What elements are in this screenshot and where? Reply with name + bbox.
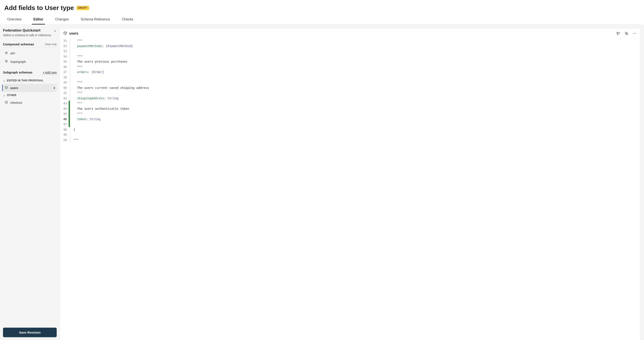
sidebar-header: Federation Quickstart Select a schema to… xyxy=(3,28,57,37)
line-number: 46 xyxy=(63,116,67,122)
composed-schemas-title: Composed schemas xyxy=(3,42,34,46)
line-number: 39 xyxy=(63,80,67,85)
page-title: Add fields to User type xyxy=(4,4,74,12)
line-number: 47 xyxy=(63,122,67,127)
line-number: 33 xyxy=(63,48,67,54)
tab-overview[interactable]: Overview xyxy=(4,15,28,24)
code-line: shippingAddress: String xyxy=(74,96,640,101)
cube-icon xyxy=(5,100,8,104)
line-number: 42 xyxy=(63,96,67,101)
svg-point-0 xyxy=(5,52,6,53)
svg-point-8 xyxy=(633,33,634,34)
line-number: 48 xyxy=(63,127,67,132)
composed-icon xyxy=(5,60,8,64)
tab-changes[interactable]: Changes xyxy=(49,15,75,24)
subgraph-group-label: OTHER xyxy=(7,94,16,97)
svg-point-5 xyxy=(6,61,7,62)
tab-checks[interactable]: Checks xyxy=(116,15,139,24)
subgraph-schemas-header: Subgraph schemas + Add new xyxy=(3,69,57,76)
schema-item-checkout[interactable]: checkout xyxy=(3,98,57,107)
code-line: The users authenticatin token xyxy=(74,106,640,112)
schema-item-api[interactable]: API xyxy=(3,49,57,58)
modified-indicator xyxy=(54,87,55,88)
code-line: """ xyxy=(74,111,640,116)
add-new-subgraph-button[interactable]: + Add new xyxy=(42,71,57,74)
schema-item-label: users xyxy=(10,86,18,90)
editor-actions xyxy=(616,32,636,35)
sidebar-subtitle: Select a schema to edit or reference. xyxy=(3,34,52,37)
schema-item-label: API xyxy=(10,52,15,55)
subgraph-group-label: EDITED IN THIS PROPOSAL xyxy=(7,79,44,82)
code-line xyxy=(74,48,640,54)
svg-point-2 xyxy=(6,53,7,54)
line-number: 34 xyxy=(63,54,67,59)
code-line: token: String xyxy=(74,116,640,122)
line-number: 38 xyxy=(63,75,67,80)
svg-point-9 xyxy=(634,33,635,34)
line-number: 44 xyxy=(63,106,67,112)
code-line: paymentMethods: [PaymentMethod] xyxy=(74,44,640,49)
schema-item-label: Supergraph xyxy=(10,60,26,64)
composed-icon xyxy=(5,51,8,56)
draft-badge: DRAFT xyxy=(76,6,89,10)
schema-item-label: checkout xyxy=(10,101,22,104)
schema-item-users[interactable]: users xyxy=(3,84,57,92)
code-line: } xyxy=(74,127,640,132)
chevron-double-left-icon: « xyxy=(54,29,56,32)
subgraph-schemas-title: Subgraph schemas xyxy=(3,70,32,74)
main: Federation Quickstart Select a schema to… xyxy=(0,24,644,340)
subgraph-group-header[interactable]: ⌄EDITED IN THIS PROPOSAL xyxy=(3,77,57,84)
code-line xyxy=(74,122,640,127)
collapse-sidebar-button[interactable]: « xyxy=(53,28,57,34)
code-line xyxy=(74,132,640,138)
line-number: 37 xyxy=(63,70,67,75)
line-number: 36 xyxy=(63,64,67,70)
save-revision-button[interactable]: Save Revision xyxy=(3,328,57,337)
line-number: 41 xyxy=(63,90,67,96)
tabs: OverviewEditorChangesSchema ReferenceChe… xyxy=(4,15,640,24)
sidebar-title: Federation Quickstart xyxy=(3,28,52,32)
svg-point-10 xyxy=(636,33,636,34)
line-number: 50 xyxy=(63,138,67,143)
sidebar: Federation Quickstart Select a schema to… xyxy=(0,24,60,340)
cube-icon xyxy=(5,86,8,90)
title-row: Add fields to User type DRAFT xyxy=(4,4,640,12)
chevron-down-icon: ⌄ xyxy=(3,79,5,82)
line-number: 40 xyxy=(63,85,67,90)
code-line: """ xyxy=(74,38,640,44)
line-number-gutter: 3132333435363738394041424344454647484950 xyxy=(60,38,68,142)
code-line: The users previous purchases xyxy=(74,59,640,64)
tab-editor[interactable]: Editor xyxy=(28,15,49,24)
code-editor[interactable]: 3132333435363738394041424344454647484950… xyxy=(60,38,640,142)
cube-icon xyxy=(63,31,67,36)
code-line: """ xyxy=(74,90,640,96)
magic-wand-button[interactable] xyxy=(616,32,620,35)
editor-header: users xyxy=(60,28,640,38)
editor-filename: users xyxy=(69,32,78,35)
code-line: """ xyxy=(74,54,640,59)
subgraph-group-header[interactable]: ⌄OTHER xyxy=(3,92,57,98)
subgraph-schemas-section: Subgraph schemas + Add new ⌄EDITED IN TH… xyxy=(3,69,57,107)
svg-point-3 xyxy=(5,60,6,61)
editor-panel: users 3132333435363738394041424344454647… xyxy=(60,28,640,340)
chevron-down-icon: ⌄ xyxy=(3,94,5,97)
line-number: 32 xyxy=(63,44,67,49)
composed-schemas-section: Composed schemas View only APISupergraph xyxy=(3,41,57,66)
line-number: 43 xyxy=(63,101,67,106)
line-number: 49 xyxy=(63,132,67,138)
header: Add fields to User type DRAFT OverviewEd… xyxy=(0,0,644,24)
line-number: 35 xyxy=(63,59,67,64)
code-line: """ xyxy=(74,101,640,106)
schema-item-supergraph[interactable]: Supergraph xyxy=(3,58,57,66)
tab-schema-reference[interactable]: Schema Reference xyxy=(75,15,116,24)
composed-schemas-header: Composed schemas View only xyxy=(3,41,57,48)
code-line xyxy=(74,75,640,80)
code-lines: """ paymentMethods: [PaymentMethod] """ … xyxy=(74,38,640,142)
code-line: The users current saved shipping address xyxy=(74,85,640,90)
copy-button[interactable] xyxy=(624,32,628,35)
view-only-badge: View only xyxy=(45,42,57,46)
svg-point-1 xyxy=(6,52,8,53)
more-options-button[interactable] xyxy=(633,32,636,35)
line-number: 45 xyxy=(63,111,67,116)
code-line: """ xyxy=(74,64,640,70)
